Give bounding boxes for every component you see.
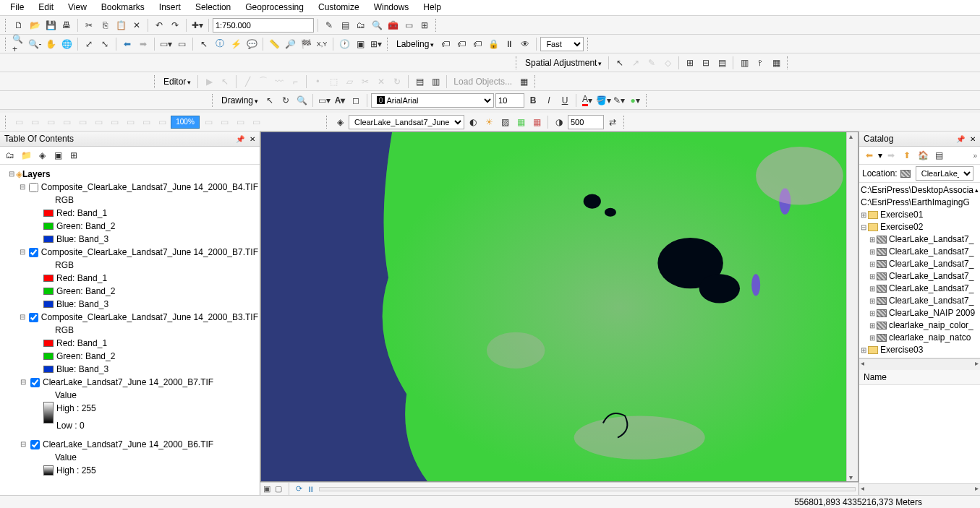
folder-name[interactable]: Exercise03 <box>880 344 923 356</box>
fixed-zoom-in-button[interactable]: ⤢ <box>82 37 96 51</box>
edit-tool-button[interactable]: ▶ <box>202 74 216 89</box>
expand-icon[interactable]: ⊞ <box>861 344 868 356</box>
ia-layer-combo[interactable]: ClearLake_Landsat7_June 1 <box>349 115 464 129</box>
add-data-button[interactable]: ✚▾ <box>190 18 205 33</box>
catalog-button[interactable]: 🗂 <box>354 18 368 33</box>
catalog-tree[interactable]: C:\EsriPress\DesktopAssocia▴ C:\EsriPres… <box>859 183 980 358</box>
layer-name[interactable]: Composite_ClearLake_Landsat7_June 14_200… <box>41 311 258 324</box>
effects-button[interactable]: ▭ <box>123 115 137 129</box>
catalog-item[interactable]: ClearLake_Landsat7_ <box>889 246 973 258</box>
select-elements-button[interactable]: ↖ <box>613 56 627 70</box>
layer-name[interactable]: Composite_ClearLake_Landsat7_June 14_200… <box>41 246 258 259</box>
layer-checkbox[interactable] <box>29 313 38 322</box>
expand-icon[interactable]: ⊞ <box>869 246 877 258</box>
spatial-adj-dropdown[interactable]: Spatial Adjustment <box>522 58 605 68</box>
effects-button[interactable]: ▭ <box>43 115 58 129</box>
menu-customize[interactable]: Customize <box>311 0 367 15</box>
catalog-item[interactable]: ClearLake_Landsat7_ <box>889 270 973 283</box>
path-item[interactable]: C:\EsriPress\EarthImagingG <box>861 197 970 209</box>
expand-icon[interactable]: ⊞ <box>869 295 877 307</box>
effects-button[interactable]: ▭ <box>155 115 169 129</box>
scale-combo[interactable] <box>213 18 314 33</box>
italic-button[interactable]: I <box>542 93 556 108</box>
close-icon[interactable]: ✕ <box>970 135 976 143</box>
editor-dropdown[interactable]: Editor <box>161 77 194 87</box>
path-item[interactable]: C:\EsriPress\DesktopAssocia <box>861 184 973 197</box>
font-combo[interactable]: 🅾 ArialArial <box>371 93 494 108</box>
multi-link-button[interactable]: ◇ <box>660 56 675 70</box>
collapse-icon[interactable]: ⊟ <box>861 221 868 233</box>
background-button[interactable]: ▦ <box>529 115 544 129</box>
load-objects-button[interactable]: Load Objects... <box>451 77 515 87</box>
cut-polygons-button[interactable]: ✂ <box>358 74 372 89</box>
layers-root[interactable]: Layers <box>22 168 51 181</box>
lock-labels-button[interactable]: 🔒 <box>486 37 500 51</box>
link-table-button[interactable]: ⊞ <box>683 56 697 70</box>
straight-segment-button[interactable]: ╱ <box>240 74 255 89</box>
effects-button[interactable]: ▭ <box>75 115 90 129</box>
view-link-table-button[interactable]: ▥ <box>737 56 751 70</box>
select-elements-button[interactable]: ↖ <box>263 93 277 108</box>
python-button[interactable]: ▭ <box>401 18 416 33</box>
new-displacement-link-button[interactable]: ↗ <box>629 56 643 70</box>
label-priority-button[interactable]: 🏷 <box>454 37 469 51</box>
data-view-button[interactable]: ▣ <box>263 484 270 494</box>
layer-name[interactable]: Composite_ClearLake_Landsat7_June 14_200… <box>41 181 258 194</box>
layer-checkbox[interactable] <box>30 440 40 449</box>
catalog-item[interactable]: ClearLake_Landsat7_ <box>889 295 973 307</box>
list-by-drawing-order-button[interactable]: 🗂 <box>3 148 17 163</box>
select-features-button[interactable]: ▭▾ <box>158 37 173 51</box>
limit-adjust-button[interactable]: ⫯ <box>753 56 767 70</box>
transparency-button[interactable]: ▨ <box>498 115 512 129</box>
collapse-icon[interactable]: ⊟ <box>19 311 26 324</box>
list-by-selection-button[interactable]: ▣ <box>51 148 65 163</box>
horizontal-scrollbar[interactable] <box>319 487 856 491</box>
options-button[interactable]: ⊞ <box>67 148 81 163</box>
list-by-visibility-button[interactable]: ◈ <box>35 148 49 163</box>
forward-button[interactable]: ➡ <box>136 37 150 51</box>
catalog-item[interactable]: ClearLake_Landsat7_ <box>889 283 973 295</box>
menu-geoprocessing[interactable]: Geoprocessing <box>238 0 311 15</box>
expand-icon[interactable]: ⊞ <box>869 283 877 295</box>
up-button[interactable]: ⬆ <box>900 148 914 163</box>
effects-button[interactable]: ▭ <box>107 115 122 129</box>
delete-button[interactable]: ✕ <box>129 18 144 33</box>
pan-button[interactable]: ✋ <box>43 37 58 51</box>
layer-checkbox[interactable] <box>30 378 40 387</box>
pin-icon[interactable]: 📌 <box>956 135 965 143</box>
select-elements-button[interactable]: ↖ <box>197 37 211 51</box>
menu-bookmarks[interactable]: Bookmarks <box>94 0 152 15</box>
layout-view-button[interactable]: ▢ <box>275 484 282 494</box>
layer-checkbox[interactable] <box>29 183 38 192</box>
expand-icon[interactable]: ⊞ <box>869 258 877 270</box>
find-route-button[interactable]: 🏁 <box>299 37 313 51</box>
drawing-dropdown[interactable]: Drawing <box>218 95 261 106</box>
swipe-button[interactable]: ◑ <box>552 115 566 129</box>
search-button[interactable]: 🔍 <box>370 18 384 33</box>
arctoolbox-button[interactable]: 🧰 <box>385 18 400 33</box>
dra-button[interactable]: ▦ <box>514 115 528 129</box>
labeling-dropdown[interactable]: Labeling <box>393 39 437 49</box>
edge-match-button[interactable]: ⊟ <box>699 56 713 70</box>
attributes-button[interactable]: ▤ <box>412 74 427 89</box>
attribute-transfer-button[interactable]: ▤ <box>715 56 729 70</box>
collapse-icon[interactable]: ⊟ <box>7 168 16 181</box>
create-features-button[interactable]: ▦ <box>516 74 531 89</box>
catalog-item[interactable]: ClearLake_Landsat7_ <box>889 233 973 246</box>
menu-insert[interactable]: Insert <box>152 0 188 15</box>
map-canvas[interactable] <box>261 132 858 482</box>
expand-icon[interactable]: ⊞ <box>869 332 877 344</box>
effects-button[interactable]: ▭ <box>27 115 42 129</box>
expand-icon[interactable]: ⊞ <box>869 233 877 246</box>
fill-color-button[interactable]: 🪣▾ <box>596 93 610 108</box>
toc-button[interactable]: ▤ <box>338 18 352 33</box>
forward-button[interactable]: ➡ <box>884 148 898 163</box>
effects-button[interactable]: ▭ <box>249 115 263 129</box>
sketch-properties-button[interactable]: ▥ <box>428 74 443 89</box>
font-color-button[interactable]: A▾ <box>580 93 595 108</box>
location-combo[interactable]: ClearLake_Lan <box>916 166 973 181</box>
toggle-button[interactable]: ▤ <box>932 148 946 163</box>
catalog-item[interactable]: clearlake_naip_color_ <box>889 319 973 332</box>
expand-icon[interactable]: ⊞ <box>861 209 868 221</box>
menu-windows[interactable]: Windows <box>367 0 417 15</box>
